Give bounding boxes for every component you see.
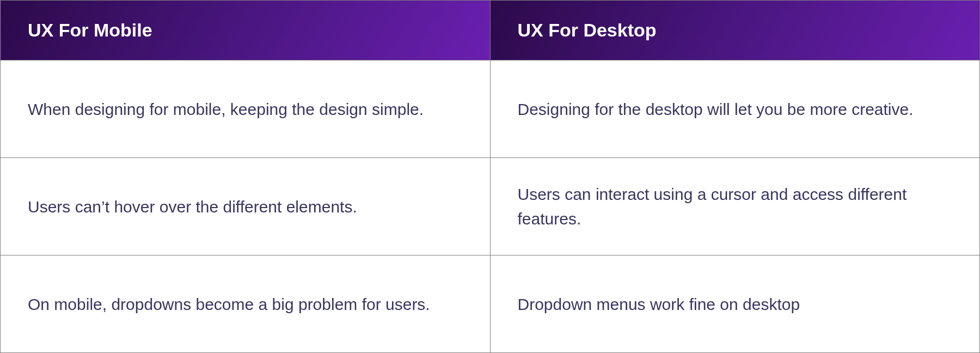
- cell-desktop: Designing for the desktop will let you b…: [490, 60, 980, 158]
- table-row: Users can’t hover over the different ele…: [1, 158, 980, 255]
- cell-mobile: When designing for mobile, keeping the d…: [1, 60, 491, 158]
- cell-desktop: Dropdown menus work fine on desktop: [490, 255, 980, 353]
- cell-desktop: Users can interact using a cursor and ac…: [490, 158, 980, 255]
- table-row: On mobile, dropdowns become a big proble…: [1, 255, 980, 353]
- table-row: When designing for mobile, keeping the d…: [1, 60, 980, 158]
- cell-mobile: Users can’t hover over the different ele…: [1, 158, 491, 255]
- table-header-row: UX For Mobile UX For Desktop: [1, 1, 980, 60]
- header-desktop: UX For Desktop: [490, 1, 980, 60]
- header-mobile: UX For Mobile: [1, 1, 491, 60]
- cell-mobile: On mobile, dropdowns become a big proble…: [1, 255, 491, 353]
- ux-comparison-table: UX For Mobile UX For Desktop When design…: [0, 0, 980, 353]
